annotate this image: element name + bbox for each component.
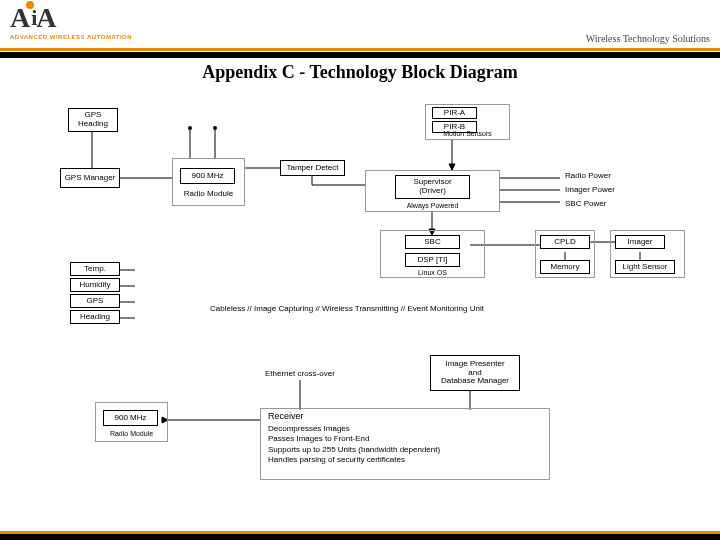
label-radio-module-1: Radio Module bbox=[172, 190, 245, 199]
block-supervisor: Supervisor (Driver) bbox=[395, 175, 470, 199]
block-light-sensor: Light Sensor bbox=[615, 260, 675, 274]
divider-black-bottom bbox=[0, 534, 720, 540]
page-title: Appendix C - Technology Block Diagram bbox=[0, 62, 720, 83]
diagram-canvas: GPS Heading GPS Manager 900 MHz Radio Mo… bbox=[0, 90, 720, 510]
block-tamper: Tamper Detect bbox=[280, 160, 345, 176]
block-temp: Temp. bbox=[70, 262, 120, 276]
label-receiver-lines: Decompresses Images Passes Images to Fro… bbox=[268, 424, 440, 466]
logo-subtext: ADVANCED WIRELESS AUTOMATION bbox=[10, 34, 132, 40]
logo: AiA ADVANCED WIRELESS AUTOMATION bbox=[10, 2, 132, 40]
divider-orange-top bbox=[0, 48, 720, 51]
block-900mhz-2: 900 MHz bbox=[103, 410, 158, 426]
label-radio-module-2: Radio Module bbox=[95, 430, 168, 438]
label-always-powered: Always Powered bbox=[365, 202, 500, 210]
block-memory: Memory bbox=[540, 260, 590, 274]
label-unit-caption: Cableless // Image Capturing // Wireless… bbox=[210, 305, 484, 314]
label-imager-power: Imager Power bbox=[565, 186, 615, 195]
block-cpld: CPLD bbox=[540, 235, 590, 249]
block-imager: Imager bbox=[615, 235, 665, 249]
block-gps-manager: GPS Manager bbox=[60, 168, 120, 188]
label-radio-power: Radio Power bbox=[565, 172, 611, 181]
block-humidity: Humidity bbox=[70, 278, 120, 292]
node-dot-1 bbox=[188, 126, 192, 130]
label-sbc-power: SBC Power bbox=[565, 200, 606, 209]
label-linux-os: Linux OS bbox=[380, 269, 485, 277]
block-presenter: Image Presenter and Database Manager bbox=[430, 355, 520, 391]
block-gps: GPS bbox=[70, 294, 120, 308]
label-ethernet: Ethernet cross-over bbox=[265, 370, 335, 379]
label-motion-sensors: Motion Sensors bbox=[425, 130, 510, 138]
block-900mhz-1: 900 MHz bbox=[180, 168, 235, 184]
page-header: AiA ADVANCED WIRELESS AUTOMATION Wireles… bbox=[0, 0, 720, 60]
node-dot-2 bbox=[213, 126, 217, 130]
tagline: Wireless Technology Solutions bbox=[586, 33, 710, 44]
block-dsp: DSP [TI] bbox=[405, 253, 460, 267]
block-sbc: SBC bbox=[405, 235, 460, 249]
block-gps-heading: GPS Heading bbox=[68, 108, 118, 132]
block-pir-a: PIR-A bbox=[432, 107, 477, 119]
divider-black-top bbox=[0, 52, 720, 58]
logo-text: AiA bbox=[10, 2, 132, 34]
block-heading2: Heading bbox=[70, 310, 120, 324]
label-receiver-title: Receiver bbox=[268, 412, 304, 422]
